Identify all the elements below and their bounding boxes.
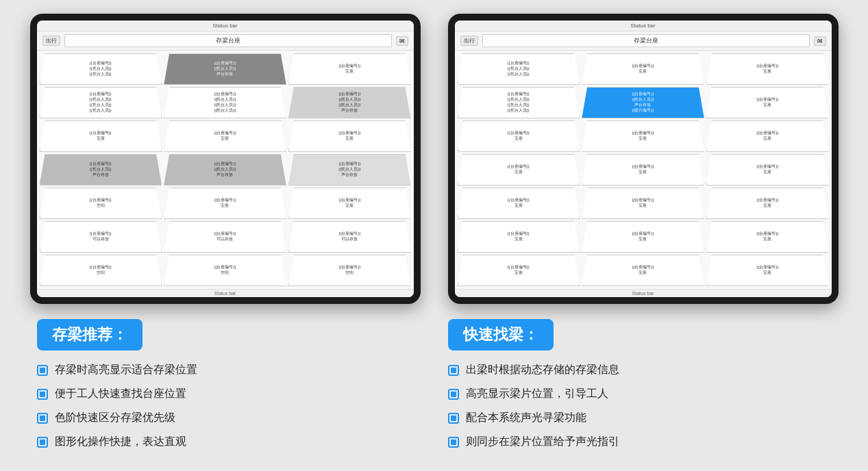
beam-cell-17[interactable]: {{台座编号}}可以存放 [288,221,411,253]
bullet-icon-3 [37,437,48,448]
beam-cell-14[interactable]: {{台座编号}}宝座 [288,188,411,219]
nav-email-icon[interactable]: ✉ [814,36,826,46]
beam-cell-18[interactable]: {{台座编号}}宝座 [458,255,580,286]
beam-cell-3[interactable]: {{台座编号}}{{托台人员}}{{托台人员}}{{托台人员}} [40,87,162,118]
bullet-icon-1 [448,389,459,400]
nav-email-icon[interactable]: ✉ [396,36,408,46]
tablet-left: Status bar 出行 存梁台座 ✉ {{台座编号}}{{托台人员}}{{托… [30,14,421,304]
beam-grid: {{台座编号}}{{托台人员}}{{托台人员}}{{台座编号}}宝座{{台座编号… [455,51,832,289]
beam-cell-19[interactable]: {{台座编号}}宝座 [582,255,704,286]
beam-cell-5[interactable]: {{台座编号}}宝座 [706,87,829,118]
feature-text-1: 便于工人快速查找台座位置 [55,387,186,401]
feature-text-0: 存梁时高亮显示适合存梁位置 [55,363,197,377]
beam-cell-14[interactable]: {{台座编号}}宝座 [706,188,829,219]
tablet-screen: Status bar 出行 存梁台座 ✉ {{台座编号}}{{托台人员}}{{托… [455,21,832,297]
feature-item-2: 配合本系统声光寻梁功能 [448,411,832,425]
beam-cell-12[interactable]: {{台座编号}}空间 [40,188,162,219]
beam-cell-18[interactable]: {{台座编号}}空间 [40,255,162,286]
feature-left: 存梁推荐： 存梁时高亮显示适合存梁位置 便于工人快速查找台座位置 色阶快速区分存… [37,319,421,459]
nav-back-button[interactable]: 出行 [460,36,478,46]
feature-list: 出梁时根据动态存储的存梁信息 高亮显示梁片位置，引导工人 配合本系统声光寻梁功能… [448,363,832,449]
beam-cell-6[interactable]: {{台座编号}}宝座 [458,120,580,152]
beam-cell-13[interactable]: {{台座编号}}宝座 [582,188,704,219]
feature-right: 快速找梁： 出梁时根据动态存储的存梁信息 高亮显示梁片位置，引导工人 配合本系统… [448,319,832,459]
feature-item-2: 色阶快速区分存梁优先级 [37,411,421,425]
beam-cell-11[interactable]: {{台座编号}}宝座 [706,154,829,186]
features-row: 存梁推荐： 存梁时高亮显示适合存梁位置 便于工人快速查找台座位置 色阶快速区分存… [21,319,847,459]
beam-cell-19[interactable]: {{台座编号}}空间 [164,255,286,286]
feature-text-3: 图形化操作快捷，表达直观 [55,435,186,449]
feature-text-1: 高亮显示梁片位置，引导工人 [466,387,608,401]
nav-bar: 出行 存梁台座 ✉ [455,31,832,51]
beam-cell-17[interactable]: {{台座编号}}宝座 [706,221,829,253]
beam-cell-9[interactable]: {{台座编号}}{{托台人员}}声台存放 [40,154,162,186]
beam-cell-6[interactable]: {{台座编号}}宝座 [40,120,162,152]
status-bar-bottom: Status bar [37,289,414,297]
tablet-screen: Status bar 出行 存梁台座 ✉ {{台座编号}}{{托台人员}}{{托… [37,21,414,297]
beam-cell-15[interactable]: {{台座编号}}可以存放 [40,221,162,253]
status-bar-top: Status bar [37,21,414,31]
beam-cell-2[interactable]: {{台座编号}}宝座 [288,53,411,85]
nav-title: 存梁台座 [64,34,392,47]
beam-cell-4[interactable]: {{台座编号}}{{托台人员}}声台存放{{梁片编号}} [582,87,704,118]
beam-cell-8[interactable]: {{台座编号}}宝座 [288,120,411,152]
beam-cell-10[interactable]: {{台座编号}}{{托台人员}}声台存放 [164,154,286,186]
bullet-icon-2 [448,413,459,424]
feature-item-1: 便于工人快速查找台座位置 [37,387,421,401]
beam-cell-20[interactable]: {{台座编号}}空间 [288,255,411,286]
bullet-icon-1 [37,389,48,400]
feature-item-3: 图形化操作快捷，表达直观 [37,435,421,449]
bullet-icon-2 [37,413,48,424]
beam-cell-12[interactable]: {{台座编号}}宝座 [458,188,580,219]
beam-cell-15[interactable]: {{台座编号}}宝座 [458,221,580,253]
beam-cell-7[interactable]: {{台座编号}}宝座 [164,120,286,152]
beam-cell-7[interactable]: {{台座编号}}宝座 [582,120,704,152]
beam-grid: {{台座编号}}{{托台人员}}{{托台人员}}{{台座编号}}{{托台人员}}… [37,51,414,289]
beam-cell-8[interactable]: {{台座编号}}宝座 [706,120,829,152]
beam-cell-0[interactable]: {{台座编号}}{{托台人员}}{{托台人员}} [40,53,162,85]
bullet-icon-0 [448,365,459,376]
feature-item-3: 则同步在梁片位置给予声光指引 [448,435,832,449]
nav-title: 存梁台座 [482,34,810,47]
tablet-right: Status bar 出行 存梁台座 ✉ {{台座编号}}{{托台人员}}{{托… [448,14,839,304]
beam-cell-2[interactable]: {{台座编号}}宝座 [706,53,829,85]
beam-cell-13[interactable]: {{台座编号}}宝座 [164,188,286,219]
beam-cell-10[interactable]: {{台座编号}}宝座 [582,154,704,186]
beam-cell-16[interactable]: {{台座编号}}可以存放 [164,221,286,253]
bullet-icon-3 [448,437,459,448]
beam-cell-3[interactable]: {{台座编号}}{{托台人员}}{{托台人员}}{{托台人员}} [458,87,580,118]
beam-cell-16[interactable]: {{台座编号}}宝座 [582,221,704,253]
bullet-icon-0 [37,365,48,376]
status-bar-bottom: Status bar [455,289,832,297]
beam-cell-5[interactable]: {{台座编号}}{{托台人员}}{{托台人员}}声台存放 [288,87,411,118]
beam-cell-11[interactable]: {{台座编号}}{{托台人员}}声台存放 [288,154,411,186]
feature-text-2: 配合本系统声光寻梁功能 [466,411,586,425]
beam-cell-1[interactable]: {{台座编号}}宝座 [582,53,704,85]
nav-bar: 出行 存梁台座 ✉ [37,31,414,51]
feature-list: 存梁时高亮显示适合存梁位置 便于工人快速查找台座位置 色阶快速区分存梁优先级 图… [37,363,421,449]
feature-text-2: 色阶快速区分存梁优先级 [55,411,175,425]
feature-item-1: 高亮显示梁片位置，引导工人 [448,387,832,401]
feature-badge: 存梁推荐： [37,319,142,351]
feature-item-0: 存梁时高亮显示适合存梁位置 [37,363,421,377]
feature-text-3: 则同步在梁片位置给予声光指引 [466,435,619,449]
beam-cell-20[interactable]: {{台座编号}}宝座 [706,255,829,286]
beam-cell-4[interactable]: {{台座编号}}{{托台人员}}{{托台人员}}{{托台人员}} [164,87,286,118]
beam-cell-9[interactable]: {{台座编号}}宝座 [458,154,580,186]
nav-back-button[interactable]: 出行 [42,36,60,46]
tablets-row: Status bar 出行 存梁台座 ✉ {{台座编号}}{{托台人员}}{{托… [21,14,847,304]
beam-cell-0[interactable]: {{台座编号}}{{托台人员}}{{托台人员}} [458,53,580,85]
feature-text-0: 出梁时根据动态存储的存梁信息 [466,363,619,377]
status-bar-top: Status bar [455,21,832,31]
feature-badge: 快速找梁： [448,319,554,351]
feature-item-0: 出梁时根据动态存储的存梁信息 [448,363,832,377]
beam-cell-1[interactable]: {{台座编号}}{{托台人员}}声台存放 [164,53,286,85]
